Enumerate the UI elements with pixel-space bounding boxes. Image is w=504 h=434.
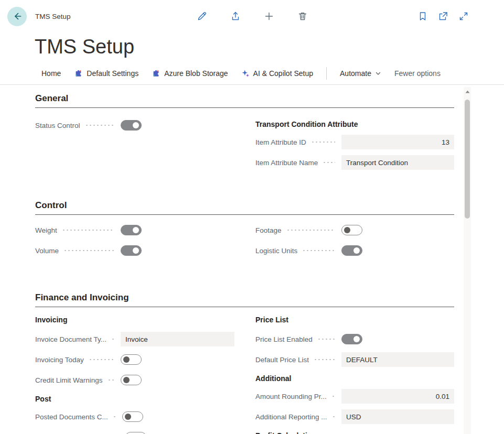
scrollbar-thumb[interactable] <box>465 100 470 219</box>
dotted-leader <box>85 125 114 126</box>
toggle-knob <box>123 356 130 363</box>
invoice-document-type-field[interactable]: Invoice <box>121 332 234 346</box>
fwo-posting-date-row: FWO Posting Date Co... <box>35 430 234 434</box>
toggle-knob <box>344 227 350 233</box>
logistic-units-row: Logistic Units <box>255 243 454 258</box>
weight-toggle[interactable] <box>121 225 142 235</box>
open-in-window-button[interactable] <box>437 10 449 22</box>
volume-toggle[interactable] <box>121 245 142 256</box>
volume-label: Volume <box>35 247 59 255</box>
dotted-leader <box>111 339 114 340</box>
expand-icon <box>458 11 469 21</box>
share-button[interactable] <box>230 10 241 22</box>
section-title-finance-and-invoicing[interactable]: Finance and Invoicing <box>35 292 454 307</box>
section-finance: Invoicing Invoice Document Ty... Invoice… <box>35 307 454 434</box>
section-control: Weight Volume Footage Logistic Units <box>35 215 454 264</box>
scroll-up-arrow-icon[interactable] <box>464 87 471 96</box>
chevron-down-icon <box>375 70 381 77</box>
group-title-additional: Additional <box>255 374 454 383</box>
dotted-leader <box>113 416 116 417</box>
back-arrow-icon <box>12 11 23 21</box>
section-general: Status Control Transport Condition Attri… <box>35 108 454 176</box>
item-attribute-id-field[interactable]: 13 <box>341 135 454 149</box>
group-title-post: Post <box>35 395 234 404</box>
group-title-price-list: Price List <box>255 316 454 324</box>
open-in-window-icon <box>438 11 448 21</box>
price-list-enabled-toggle[interactable] <box>341 334 362 344</box>
price-list-enabled-row: Price List Enabled <box>255 332 454 346</box>
breadcrumb[interactable]: TMS Setup <box>35 13 71 20</box>
top-bar: TMS Setup <box>0 0 504 32</box>
status-control-label: Status Control <box>35 122 80 129</box>
menu-azure-blob-storage[interactable]: Azure Blob Storage <box>152 69 228 78</box>
credit-limit-warnings-toggle[interactable] <box>121 375 142 385</box>
dotted-leader <box>314 359 335 360</box>
status-control-toggle[interactable] <box>121 120 142 131</box>
expand-button[interactable] <box>458 10 469 22</box>
dotted-leader <box>323 162 335 163</box>
bookmark-icon <box>417 11 428 21</box>
additional-reporting-row: Additional Reporting ... USD <box>255 409 454 424</box>
dotted-leader <box>332 416 335 417</box>
dotted-leader <box>317 339 335 340</box>
posted-documents-toggle[interactable] <box>122 411 143 422</box>
item-attribute-name-row: Item Attribute Name Transport Condition <box>255 155 454 170</box>
menu-fewer-options[interactable]: Fewer options <box>394 69 441 78</box>
delete-button[interactable] <box>297 10 308 22</box>
delete-icon <box>297 11 308 21</box>
toggle-knob <box>125 414 131 420</box>
vertical-scrollbar[interactable] <box>464 87 471 434</box>
toggle-knob <box>133 122 139 128</box>
bookmark-button[interactable] <box>417 10 428 22</box>
dotted-leader <box>302 250 335 251</box>
menu-default-settings[interactable]: Default Settings <box>74 69 138 78</box>
amount-rounding-field[interactable]: 0.01 <box>341 389 454 404</box>
share-icon <box>230 11 241 21</box>
footage-toggle[interactable] <box>341 225 362 235</box>
credit-limit-warnings-label: Credit Limit Warnings <box>35 376 103 384</box>
edit-icon <box>197 11 207 21</box>
toolbar-actions <box>196 10 308 22</box>
posted-documents-row: Posted Documents C... <box>35 409 234 424</box>
item-attribute-name-field[interactable]: Transport Condition <box>341 155 454 170</box>
toggle-knob <box>133 247 139 254</box>
invoicing-today-toggle[interactable] <box>121 354 142 365</box>
menu-automate-label: Automate <box>340 69 371 78</box>
price-list-enabled-label: Price List Enabled <box>255 335 313 343</box>
menu-fewer-options-label: Fewer options <box>394 69 441 78</box>
menu-default-settings-label: Default Settings <box>87 69 138 78</box>
fwo-posting-date-toggle[interactable] <box>125 432 146 434</box>
dotted-leader <box>331 396 335 397</box>
default-price-list-field[interactable]: DEFAULT <box>341 352 454 367</box>
section-title-general[interactable]: General <box>35 93 454 108</box>
back-button[interactable] <box>7 7 27 26</box>
item-attribute-name-label: Item Attribute Name <box>255 159 318 167</box>
amount-rounding-label: Amount Rounding Pr... <box>255 393 327 400</box>
dotted-leader <box>286 230 335 231</box>
additional-reporting-field[interactable]: USD <box>341 409 454 424</box>
menu-home[interactable]: Home <box>41 69 61 78</box>
toggle-knob <box>353 247 360 254</box>
toggle-knob <box>123 377 130 383</box>
invoice-document-type-label: Invoice Document Ty... <box>35 335 106 343</box>
status-control-row: Status Control <box>35 118 234 133</box>
page-content: General Status Control Transport Conditi… <box>0 93 504 434</box>
dotted-leader <box>63 250 114 251</box>
menu-automate[interactable]: Automate <box>340 69 381 78</box>
logistic-units-toggle[interactable] <box>341 245 362 256</box>
toggle-knob <box>133 227 139 233</box>
add-button[interactable] <box>263 10 275 22</box>
menu-divider <box>326 67 327 80</box>
toolbar-window-actions <box>417 10 469 22</box>
menu-home-label: Home <box>41 69 61 78</box>
menu-ai-copilot-setup[interactable]: AI & Copilot Setup <box>241 69 313 78</box>
posted-documents-label: Posted Documents C... <box>35 413 108 421</box>
invoicing-today-label: Invoicing Today <box>35 356 84 364</box>
edit-button[interactable] <box>196 10 208 22</box>
dotted-leader <box>89 359 114 360</box>
sparkle-icon <box>241 69 250 78</box>
action-menu: Home Default Settings Azure Blob Storage… <box>0 62 504 85</box>
dotted-leader <box>108 379 114 381</box>
section-title-control[interactable]: Control <box>35 200 454 215</box>
dotted-leader <box>62 230 114 231</box>
